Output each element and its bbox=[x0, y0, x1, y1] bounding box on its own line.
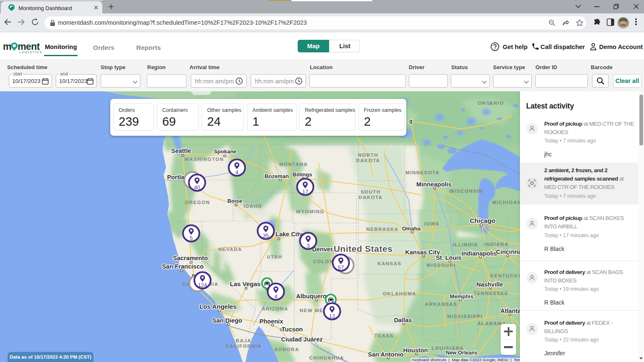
svg-text:San Antonio: San Antonio bbox=[368, 351, 404, 358]
svg-text:WASHINGTON: WASHINGTON bbox=[184, 157, 224, 162]
svg-text:DAKOTA: DAKOTA bbox=[358, 195, 382, 200]
svg-text:UTAH: UTAH bbox=[267, 254, 282, 259]
svg-text:124: 124 bbox=[198, 282, 207, 288]
svg-text:BAJA: BAJA bbox=[236, 338, 251, 343]
svg-text:NORTH: NORTH bbox=[358, 153, 378, 158]
svg-text:United States: United States bbox=[334, 244, 393, 253]
svg-text:OKLAHOMA: OKLAHOMA bbox=[383, 291, 416, 296]
svg-text:5: 5 bbox=[190, 235, 192, 241]
svg-text:MICHIGAN: MICHIGAN bbox=[492, 200, 520, 205]
svg-text:Indianapolis: Indianapolis bbox=[462, 250, 497, 257]
svg-text:KANSAS: KANSAS bbox=[377, 261, 402, 266]
svg-text:WISCONSIN: WISCONSIN bbox=[449, 189, 483, 194]
svg-text:Sacramento: Sacramento bbox=[173, 255, 208, 261]
svg-text:MISSISSIPPI: MISSISSIPPI bbox=[447, 314, 483, 319]
svg-text:Spokane: Spokane bbox=[214, 148, 236, 155]
svg-text:ILLINOIS: ILLINOIS bbox=[453, 242, 478, 247]
svg-text:Phoenix: Phoenix bbox=[260, 318, 283, 325]
svg-text:IOWA: IOWA bbox=[424, 221, 440, 226]
svg-text:Nashville: Nashville bbox=[476, 281, 503, 288]
svg-text:IDAHO: IDAHO bbox=[244, 204, 262, 209]
svg-text:Kansas City: Kansas City bbox=[405, 249, 440, 256]
svg-text:17: 17 bbox=[302, 189, 308, 195]
svg-text:MONTANA: MONTANA bbox=[279, 162, 308, 167]
svg-text:Omaha: Omaha bbox=[402, 225, 421, 232]
svg-text:35: 35 bbox=[263, 233, 269, 239]
svg-text:ONTARIO: ONTARIO bbox=[478, 101, 504, 106]
svg-text:Chicago: Chicago bbox=[470, 217, 495, 224]
svg-text:Billings: Billings bbox=[293, 171, 312, 178]
svg-text:ARIZONA: ARIZONA bbox=[262, 306, 288, 311]
svg-text:NEBRASKA: NEBRASKA bbox=[366, 227, 398, 232]
svg-text:Atlanta: Atlanta bbox=[500, 308, 520, 314]
svg-text:MISSOURI: MISSOURI bbox=[427, 263, 456, 268]
svg-text:KENTUCKY: KENTUCKY bbox=[490, 273, 520, 278]
svg-text:CALIFORNIA: CALIFORNIA bbox=[226, 344, 262, 349]
svg-text:San Diego: San Diego bbox=[213, 317, 242, 324]
svg-text:12: 12 bbox=[329, 313, 335, 319]
svg-text:INDIANA: INDIANA bbox=[484, 242, 509, 247]
svg-text:CHIHUAHUA: CHIHUAHUA bbox=[309, 355, 344, 360]
svg-text:ARKANSAS: ARKANSAS bbox=[425, 302, 457, 307]
svg-text:Boise: Boise bbox=[227, 198, 242, 204]
svg-text:4: 4 bbox=[274, 293, 277, 300]
svg-text:g: g bbox=[409, 118, 413, 124]
svg-text:4: 4 bbox=[235, 169, 238, 176]
svg-text:New Orleans: New Orleans bbox=[446, 350, 478, 356]
svg-text:OREGON: OREGON bbox=[185, 200, 210, 205]
svg-text:DAKOTA: DAKOTA bbox=[356, 158, 380, 163]
svg-text:SOUTH: SOUTH bbox=[361, 189, 381, 194]
svg-text:WYOMING: WYOMING bbox=[296, 209, 325, 214]
svg-text:Bozeman: Bozeman bbox=[265, 173, 289, 179]
svg-text:40: 40 bbox=[194, 184, 200, 191]
svg-text:Cincinnati: Cincinnati bbox=[496, 248, 520, 255]
svg-text:Ciudad Juárez: Ciudad Juárez bbox=[281, 336, 322, 343]
svg-text:SONORA: SONORA bbox=[274, 347, 299, 352]
svg-text:Minneapolis: Minneapolis bbox=[416, 181, 452, 188]
svg-text:Memphis: Memphis bbox=[450, 293, 473, 300]
svg-text:57: 57 bbox=[338, 264, 344, 271]
svg-text:MINNESOTA: MINNESOTA bbox=[405, 170, 440, 175]
svg-text:3: 3 bbox=[306, 243, 309, 249]
svg-text:San Francisco: San Francisco bbox=[162, 263, 203, 270]
svg-text:TENNESSEE: TENNESSEE bbox=[473, 291, 508, 296]
svg-text:Seattle: Seattle bbox=[171, 147, 191, 154]
svg-text:Dallas: Dallas bbox=[394, 317, 412, 323]
svg-text:Tucson: Tucson bbox=[282, 326, 303, 333]
svg-text:Los Angeles: Los Angeles bbox=[200, 303, 237, 310]
svg-text:Denver: Denver bbox=[312, 246, 333, 253]
svg-text:NEVADA: NEVADA bbox=[218, 247, 242, 252]
svg-text:Las Vegas: Las Vegas bbox=[230, 280, 260, 287]
svg-text:Houston: Houston bbox=[403, 347, 428, 354]
svg-text:TEXAS: TEXAS bbox=[374, 333, 394, 338]
svg-text:St. Louis: St. Louis bbox=[436, 254, 461, 261]
